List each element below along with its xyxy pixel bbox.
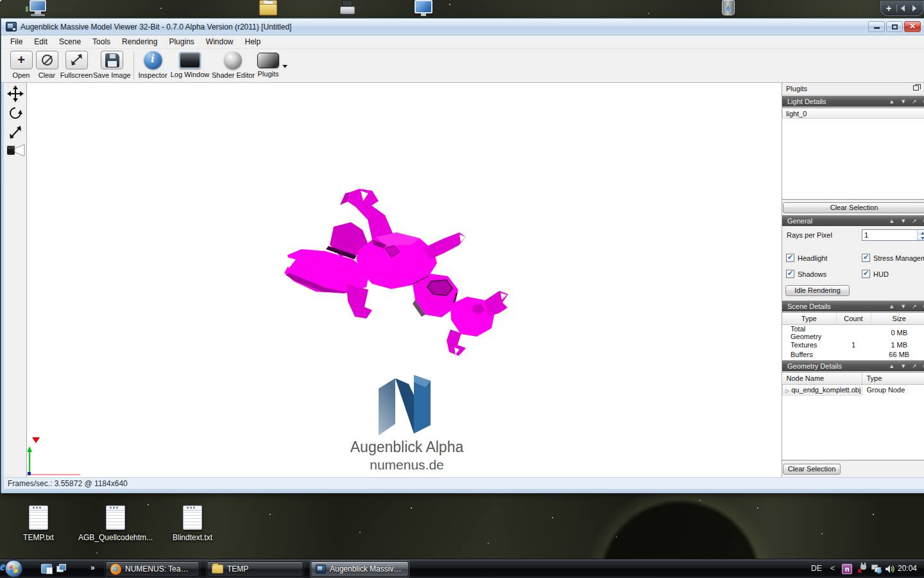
scene-table-header[interactable]: Type Count Size [782, 313, 924, 324]
log-window-button[interactable]: Log Window [169, 51, 210, 78]
minimize-icon [874, 27, 880, 29]
inspector-button[interactable]: i Inspector [137, 51, 168, 79]
section-up-icon[interactable]: ▲ [889, 301, 894, 312]
table-row[interactable]: Textures 1 1 MB [782, 340, 924, 350]
power-tray-icon[interactable]: × [858, 564, 868, 574]
taskbar-button-augenblick[interactable]: Augenblick Massive... [311, 561, 409, 577]
light-details-header[interactable]: Light Details ▲ ▼ ↗ × [782, 96, 924, 107]
app-icon [6, 22, 17, 31]
axis-origin [28, 472, 31, 475]
taskbar-button-temp[interactable]: TEMP [207, 561, 304, 577]
desktop-icon-blindtext-txt[interactable]: Blindtext.txt [155, 505, 230, 542]
tray-chevron[interactable]: < [830, 564, 835, 573]
close-button[interactable]: ✕ [904, 21, 921, 32]
section-float-icon[interactable]: ↗ [912, 216, 917, 227]
fullscreen-button[interactable]: Fullscreen [60, 51, 93, 79]
menu-rendering[interactable]: Rendering [116, 35, 163, 49]
section-down-icon[interactable]: ▼ [900, 96, 906, 107]
menu-plugins[interactable]: Plugins [163, 35, 200, 49]
onenote-tray-icon[interactable]: n [842, 564, 852, 574]
hud-checkbox[interactable] [862, 270, 870, 278]
language-indicator[interactable]: DE [811, 564, 822, 573]
section-up-icon[interactable]: ▲ [889, 216, 894, 227]
save-image-button[interactable]: Save Image [93, 51, 130, 79]
quicklaunch-chevron[interactable]: » [90, 563, 95, 572]
desktop-icon-folder[interactable] [259, 0, 278, 17]
start-button[interactable] [4, 559, 23, 578]
recycle-bin-icon[interactable] [719, 0, 737, 17]
section-down-icon[interactable]: ▼ [900, 216, 906, 227]
menu-help[interactable]: Help [239, 35, 267, 49]
shader-editor-button[interactable]: Shader Editor [212, 51, 254, 79]
table-row[interactable]: qu_endg_komplett.obj Group Node [783, 384, 924, 395]
desktop-icon-computer[interactable] [24, 0, 50, 17]
section-down-icon[interactable]: ▼ [900, 301, 906, 312]
network-tray-icon[interactable] [871, 565, 882, 574]
rotate-tool-button[interactable] [6, 105, 24, 121]
desktop-icon-drive[interactable] [339, 0, 356, 17]
plugits-button[interactable]: Plugits [255, 51, 281, 78]
menu-scene[interactable]: Scene [53, 35, 87, 49]
rays-per-pixel-input[interactable] [862, 230, 917, 240]
panel-float-icon[interactable] [913, 85, 919, 91]
shadows-checkbox[interactable] [786, 270, 794, 278]
light-clear-selection-button[interactable]: Clear Selection [783, 202, 924, 213]
spin-up-icon[interactable] [918, 230, 924, 235]
clear-button[interactable]: Clear [34, 51, 60, 79]
desktop-icon-temp-txt[interactable]: TEMP.txt [1, 505, 76, 542]
headlight-checkbox[interactable] [786, 254, 794, 262]
headlight-checkbox-row: Headlight [786, 254, 858, 262]
menu-edit[interactable]: Edit [28, 35, 53, 49]
general-header[interactable]: General ▲ ▼ ↗ × [782, 215, 924, 226]
section-up-icon[interactable]: ▲ [889, 96, 894, 107]
geometry-table-header[interactable]: Node Name Type [783, 372, 924, 384]
panel-titlebar[interactable]: Plugits × [782, 83, 924, 95]
text-file-icon [106, 505, 125, 530]
minimize-button[interactable] [868, 21, 885, 32]
clock[interactable]: 20:04 [898, 564, 917, 573]
idle-rendering-button[interactable]: Idle Rendering [785, 285, 850, 296]
menu-file[interactable]: File [4, 35, 28, 49]
geometry-clear-selection-button[interactable]: Clear Selection [783, 464, 841, 475]
spin-down-icon[interactable] [918, 235, 924, 240]
stress-management-checkbox[interactable] [862, 254, 870, 262]
rays-per-pixel-spinner[interactable] [862, 229, 924, 241]
section-float-icon[interactable]: ↗ [912, 361, 917, 372]
open-button[interactable]: + Open [8, 51, 34, 79]
table-row[interactable]: Buffers 66 MB [782, 350, 924, 360]
menubar: File Edit Scene Tools Rendering Plugins … [1, 35, 924, 49]
geometry-details-header[interactable]: Geometry Details ▲ ▼ ↗ × [782, 360, 924, 371]
scene-details-header[interactable]: Scene Details ▲ ▼ ↗ × [782, 301, 924, 311]
scale-tool-button[interactable] [6, 124, 24, 141]
section-up-icon[interactable]: ▲ [889, 361, 894, 372]
expand-icon[interactable] [785, 386, 791, 394]
taskbar-button-numenus[interactable]: NUMENUS: Team - ... [105, 561, 200, 577]
firefox-icon [110, 564, 121, 575]
3d-viewport[interactable]: Augenblick Alpha numenus.de [28, 83, 782, 477]
volume-tray-icon[interactable] [885, 565, 895, 574]
plugits-dropdown-icon[interactable] [282, 65, 287, 68]
camera-tool-button[interactable] [6, 143, 24, 159]
desktop-icon-agb-txt[interactable]: AGB_Quellcodehtm... [78, 505, 153, 542]
switch-windows-icon[interactable] [56, 564, 67, 574]
table-row[interactable]: Total Geometry 0 MB [782, 324, 924, 340]
light-list-item[interactable]: light_0 [782, 108, 924, 119]
toolbar-separator [133, 52, 134, 80]
gadget-add-button[interactable]: + [881, 3, 896, 13]
section-down-icon[interactable]: ▼ [900, 361, 906, 372]
show-desktop-icon[interactable] [41, 564, 52, 574]
move-tool-button[interactable] [6, 85, 24, 102]
client-area: Augenblick Alpha numenus.de Plugits × Li… [4, 83, 924, 477]
maximize-button[interactable] [886, 21, 903, 32]
titlebar[interactable]: Augenblick Massive Model Viewer 32-Bit -… [1, 19, 924, 35]
desktop-icon-display[interactable] [413, 0, 434, 17]
fps-status-text: Frames/sec.: 3.55872 @ 1184x640 [8, 479, 128, 488]
folder-icon [212, 565, 223, 574]
menu-tools[interactable]: Tools [87, 35, 116, 49]
menu-window[interactable]: Window [200, 35, 239, 49]
section-float-icon[interactable]: ↗ [912, 301, 917, 312]
gadget-next-button[interactable] [912, 5, 916, 12]
gadget-prev-button[interactable] [901, 5, 905, 12]
computer-base [31, 14, 45, 16]
section-float-icon[interactable]: ↗ [912, 96, 917, 107]
